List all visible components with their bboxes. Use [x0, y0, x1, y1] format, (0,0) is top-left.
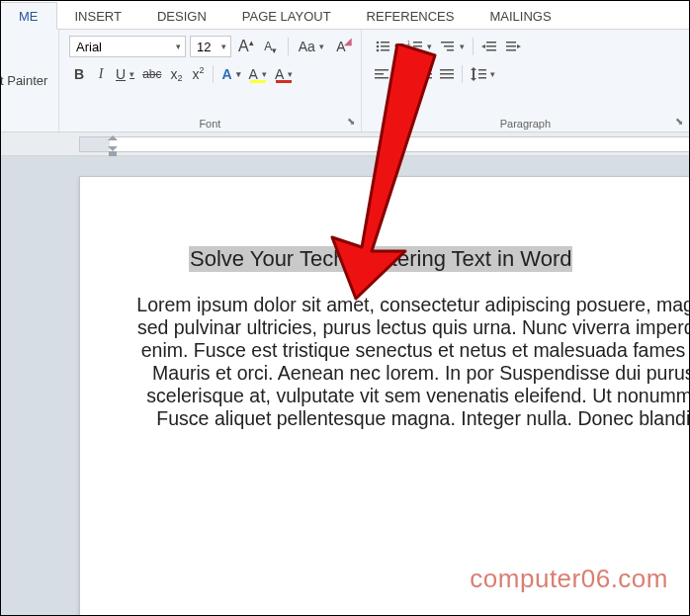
tab-references[interactable]: REFERENCES — [349, 3, 473, 29]
font-name-value: Arial — [76, 40, 102, 54]
svg-rect-29 — [418, 69, 432, 71]
group-font: Arial ▾ 12 ▾ A▴ A▾ Aa▾ A — [59, 30, 362, 132]
svg-rect-7 — [413, 42, 422, 44]
ruler-margin-shade — [80, 137, 110, 151]
svg-rect-24 — [375, 73, 384, 75]
svg-rect-26 — [396, 69, 410, 71]
group-clipboard: t Painter — [0, 30, 59, 132]
document-page[interactable]: Solve Your Tech Centering Text in Word L… — [79, 176, 690, 616]
group-paragraph-label: Paragraph — [372, 114, 679, 130]
align-right-button[interactable] — [415, 63, 435, 85]
svg-rect-38 — [478, 69, 486, 71]
paragraph-dialog-launcher[interactable]: ⬊ — [672, 115, 686, 129]
ribbon: t Painter Arial ▾ 12 ▾ A▴ A▾ — [0, 30, 690, 132]
svg-marker-22 — [517, 44, 521, 48]
svg-rect-20 — [506, 45, 516, 47]
horizontal-ruler[interactable] — [79, 136, 690, 152]
tab-insert[interactable]: INSERT — [57, 3, 139, 29]
svg-text:3: 3 — [407, 47, 410, 53]
decrease-indent-button[interactable] — [478, 36, 500, 57]
bullets-button[interactable]: ▾ — [372, 36, 402, 57]
svg-rect-14 — [447, 49, 454, 51]
svg-rect-39 — [478, 73, 486, 75]
clear-formatting-button[interactable]: A ◢ — [331, 36, 351, 57]
tab-mailings[interactable]: MAILINGS — [472, 3, 568, 29]
ribbon-tabs: ME INSERT DESIGN PAGE LAYOUT REFERENCES … — [0, 0, 690, 30]
bold-button[interactable]: B — [69, 63, 89, 85]
svg-rect-3 — [381, 45, 389, 47]
svg-rect-25 — [375, 77, 388, 79]
highlight-swatch — [250, 80, 266, 83]
svg-rect-17 — [486, 49, 496, 51]
superscript-button[interactable]: x2 — [188, 63, 208, 85]
svg-rect-31 — [418, 77, 432, 79]
indent-marker[interactable] — [108, 135, 118, 156]
grow-font-button[interactable]: A▴ — [235, 36, 257, 57]
subscript-button[interactable]: x2 — [166, 63, 186, 85]
svg-rect-12 — [441, 42, 454, 44]
document-canvas: Solve Your Tech Centering Text in Word L… — [0, 156, 690, 616]
svg-rect-34 — [440, 77, 454, 79]
tab-home[interactable]: ME — [0, 2, 57, 30]
font-name-select[interactable]: Arial ▾ — [69, 36, 186, 57]
font-dialog-launcher[interactable]: ⬊ — [344, 115, 358, 129]
svg-rect-15 — [486, 42, 496, 44]
svg-rect-9 — [413, 45, 422, 47]
svg-point-2 — [376, 45, 379, 48]
justify-button[interactable] — [437, 63, 457, 85]
ruler-area — [0, 132, 690, 156]
text-effects-button[interactable]: A▾ — [218, 63, 243, 85]
separator — [462, 65, 463, 83]
align-left-button[interactable] — [372, 63, 391, 85]
group-paragraph: ▾ 123▾ ▾ — [362, 30, 690, 132]
svg-point-0 — [376, 42, 379, 44]
document-body-text[interactable]: Lorem ipsum dolor sit amet, consectetur … — [129, 294, 690, 430]
document-heading-selected[interactable]: Solve Your Tech Centering Text in Word — [189, 246, 572, 272]
underline-button[interactable]: U▾ — [113, 63, 137, 85]
shrink-font-button[interactable]: A▾ — [261, 36, 281, 57]
svg-rect-28 — [396, 77, 410, 79]
tab-page-layout[interactable]: PAGE LAYOUT — [224, 3, 349, 29]
font-color-swatch — [276, 80, 292, 83]
svg-point-4 — [376, 49, 379, 52]
italic-button[interactable]: I — [91, 63, 111, 85]
font-size-select[interactable]: 12 ▾ — [190, 36, 231, 57]
eraser-icon: ◢ — [344, 36, 352, 46]
group-font-label: Font — [69, 114, 351, 130]
svg-rect-36 — [473, 70, 474, 78]
svg-rect-1 — [381, 42, 389, 44]
numbering-button[interactable]: 123▾ — [404, 36, 435, 57]
svg-rect-30 — [423, 73, 432, 75]
separator — [473, 38, 474, 55]
svg-rect-11 — [413, 49, 422, 51]
svg-marker-35 — [471, 67, 476, 70]
separator — [288, 38, 289, 55]
multilevel-list-button[interactable]: ▾ — [437, 36, 468, 57]
svg-marker-18 — [481, 44, 485, 48]
svg-rect-27 — [399, 73, 407, 75]
svg-rect-32 — [440, 69, 454, 71]
svg-rect-33 — [440, 73, 454, 75]
svg-rect-40 — [478, 77, 486, 79]
svg-rect-19 — [506, 42, 516, 44]
format-painter-button[interactable]: t Painter — [0, 36, 48, 88]
separator — [213, 65, 214, 83]
font-size-value: 12 — [197, 40, 211, 54]
change-case-button[interactable]: Aa▾ — [296, 36, 327, 57]
strikethrough-button[interactable]: abc — [139, 63, 164, 85]
font-color-button[interactable]: A ▾ — [272, 63, 296, 85]
line-spacing-button[interactable]: ▾ — [468, 63, 498, 85]
svg-rect-5 — [381, 49, 389, 51]
svg-rect-23 — [375, 69, 388, 71]
svg-marker-37 — [471, 78, 476, 81]
chevron-down-icon: ▾ — [217, 42, 226, 51]
highlight-button[interactable]: A ▾ — [246, 63, 270, 85]
align-center-button[interactable] — [393, 63, 413, 85]
chevron-down-icon: ▾ — [172, 42, 181, 51]
svg-rect-16 — [486, 45, 496, 47]
svg-rect-21 — [506, 49, 516, 51]
svg-rect-13 — [444, 45, 454, 47]
increase-indent-button[interactable] — [502, 36, 524, 57]
tab-design[interactable]: DESIGN — [139, 3, 224, 29]
